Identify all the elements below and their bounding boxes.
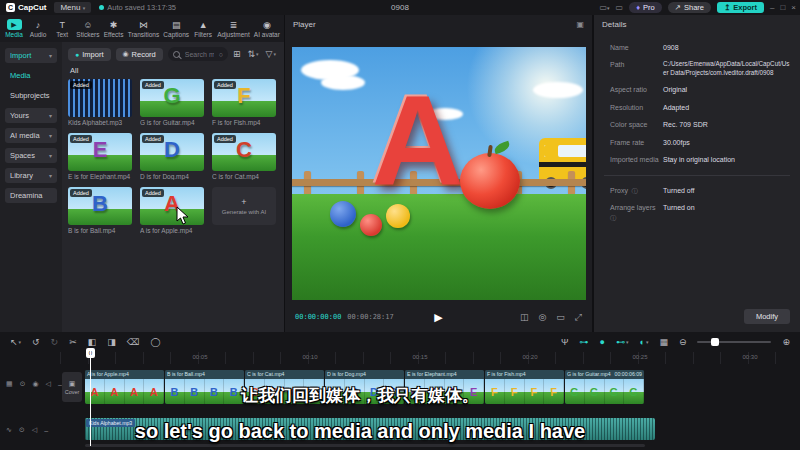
search-by-image-icon[interactable]: ○ <box>219 51 223 58</box>
media-thumbnail[interactable]: DAdded <box>140 133 204 171</box>
auto-link-icon[interactable]: ⊷▾ <box>616 337 629 347</box>
sidebar-item-library[interactable]: Library▾ <box>5 168 57 183</box>
adjustment-icon: ≣ <box>230 20 238 30</box>
panel-layout-icon[interactable]: ▭ <box>616 3 624 12</box>
maximize-button[interactable]: □ <box>780 3 785 12</box>
generate-with-ai-tile[interactable]: +Generate with AI <box>212 187 276 234</box>
tab-ai-avatar[interactable]: ◉AI avatar <box>254 20 280 38</box>
player-display-icon[interactable]: ▣ <box>576 20 584 29</box>
media-item[interactable]: FAddedF is for Fish.mp4 <box>212 79 276 126</box>
details-value: Turned off <box>663 186 790 195</box>
zoom-out-icon[interactable]: ⊖ <box>679 337 687 347</box>
minimize-button[interactable]: – <box>770 3 774 12</box>
sidebar-item-spaces[interactable]: Spaces▾ <box>5 148 57 163</box>
track-thumbnails-icon[interactable]: ▦ <box>6 380 13 388</box>
collapse-track-icon[interactable]: – <box>44 427 48 434</box>
lock-track-icon[interactable]: ⊙ <box>19 426 25 434</box>
mute-track-icon[interactable]: ◁ <box>46 380 51 388</box>
preview-axis-icon[interactable]: ▦ <box>659 337 668 347</box>
media-item[interactable]: GAddedG is for Guitar.mp4 <box>140 79 204 126</box>
redo-icon[interactable]: ↻ <box>51 337 59 347</box>
timeline-clip[interactable]: A is for Apple.mp4AAAA <box>85 370 164 404</box>
main-track-magnet-icon[interactable]: ● <box>599 337 604 347</box>
audio-waveform-icon[interactable]: ∿ <box>6 426 12 434</box>
tab-stickers[interactable]: ☺Stickers <box>76 20 99 38</box>
media-thumbnail[interactable]: BAdded <box>68 187 132 225</box>
menu-button[interactable]: Menu ▾ <box>54 2 91 13</box>
media-thumbnail[interactable]: FAdded <box>212 79 276 117</box>
delete-right-icon[interactable]: ◨ <box>107 337 116 347</box>
tab-effects[interactable]: ✱Effects <box>104 20 124 38</box>
media-item[interactable]: BAddedB is for Ball.mp4 <box>68 187 132 234</box>
delete-left-icon[interactable]: ◧ <box>88 337 97 347</box>
snapshot-icon[interactable]: ◫ <box>520 312 529 323</box>
media-thumbnail[interactable]: EAdded <box>68 133 132 171</box>
media-thumbnail[interactable]: AAdded <box>140 187 204 225</box>
audio-track-header: ∿⊙◁– <box>6 426 60 434</box>
select-tool-icon[interactable]: ↖▾ <box>10 337 21 347</box>
media-item[interactable]: AAddedA is for Apple.mp4 <box>140 187 204 234</box>
sidebar-item-media[interactable]: Media <box>5 68 57 83</box>
pro-button[interactable]: ♦ Pro <box>629 2 662 13</box>
tab-captions[interactable]: ▤Captions <box>163 20 189 38</box>
media-item[interactable]: EAddedE is for Elephant.mp4 <box>68 133 132 180</box>
sidebar-item-import[interactable]: Import▾ <box>5 48 57 63</box>
tab-media[interactable]: ▶Media <box>4 19 24 38</box>
added-badge: Added <box>142 135 164 143</box>
sidebar-item-yours[interactable]: Yours▾ <box>5 108 57 123</box>
media-item[interactable]: DAddedD is for Dog.mp4 <box>140 133 204 180</box>
tab-filters[interactable]: ▲Filters <box>193 20 213 38</box>
media-thumbnail[interactable]: Added <box>68 79 132 117</box>
timeline-clip[interactable]: G is for Guitar.mp400:00:06:09GGGG <box>565 370 644 404</box>
tab-audio[interactable]: ♪Audio <box>28 20 48 38</box>
export-button[interactable]: ↥ Export <box>717 2 764 13</box>
fullscreen-icon[interactable]: ⤢ <box>575 312 582 323</box>
search-box[interactable]: ○ <box>168 47 228 61</box>
timeline-scrollbar[interactable] <box>85 444 645 447</box>
zoom-in-icon[interactable]: ⊕ <box>782 337 790 347</box>
import-button[interactable]: ● Import <box>68 48 111 61</box>
timeline-clip[interactable]: F is for Fish.mp4FFFF <box>485 370 564 404</box>
modify-button[interactable]: Modify <box>744 309 790 324</box>
playhead-line[interactable] <box>90 348 91 446</box>
cover-button[interactable]: ▣ Cover <box>62 372 82 402</box>
compact-view-icon[interactable]: ⊞ <box>233 49 241 59</box>
video-preview[interactable]: A <box>292 47 586 300</box>
tab-text[interactable]: TText <box>52 20 72 38</box>
close-button[interactable]: × <box>791 3 796 12</box>
media-thumbnail[interactable]: CAdded <box>212 133 276 171</box>
tab-transitions[interactable]: ⋈Transitions <box>128 20 160 38</box>
delete-icon[interactable]: ⌫ <box>127 337 140 347</box>
record-button[interactable]: ◉ Record <box>116 48 163 61</box>
marker-icon[interactable]: ◯ <box>150 337 160 347</box>
snapping-icon[interactable]: ⊶ <box>579 337 588 347</box>
object-tracking-icon[interactable]: ◎ <box>538 312 546 323</box>
timeline-clip[interactable]: B is for Ball.mp4BBBB <box>165 370 244 404</box>
sort-icon[interactable]: ⇅▾ <box>248 49 259 59</box>
tab-adjustment[interactable]: ≣Adjustment <box>217 20 250 38</box>
play-button[interactable]: ▶ <box>434 311 442 324</box>
timeline-zoom-slider[interactable] <box>697 341 771 343</box>
sidebar-item-dreamina[interactable]: Dreamina <box>5 188 57 203</box>
sidebar-item-subprojects[interactable]: Subprojects <box>5 88 57 103</box>
track-mode-icon[interactable]: ◐▾ <box>639 337 648 347</box>
media-item[interactable]: AddedKids Alphabet.mp3 <box>68 79 132 126</box>
split-icon[interactable]: ✂ <box>69 337 77 347</box>
media-item[interactable]: CAddedC is for Cat.mp4 <box>212 133 276 180</box>
share-button[interactable]: ↗ Share <box>668 2 711 13</box>
preview-ratio-icon[interactable]: ▭ <box>556 312 565 323</box>
sidebar-item-ai-media[interactable]: AI media▾ <box>5 128 57 143</box>
mute-track-icon[interactable]: ◁ <box>32 426 37 434</box>
search-input[interactable] <box>183 50 216 59</box>
hide-track-icon[interactable]: ◉ <box>33 380 39 388</box>
layout-preset-icon[interactable]: ▭▾ <box>600 3 610 12</box>
undo-icon[interactable]: ↺ <box>32 337 40 347</box>
timeline-ruler[interactable]: 00:0500:1000:1500:2000:2500:30 <box>60 352 800 364</box>
zoom-slider-handle[interactable] <box>711 338 719 346</box>
project-title: 0908 <box>391 3 409 12</box>
filter-icon[interactable]: ▽▾ <box>266 49 276 59</box>
lock-track-icon[interactable]: ⊙ <box>20 380 26 388</box>
ruler-label: 00:20 <box>522 354 537 360</box>
media-thumbnail[interactable]: GAdded <box>140 79 204 117</box>
voiceover-icon[interactable]: Ψ <box>561 337 569 347</box>
